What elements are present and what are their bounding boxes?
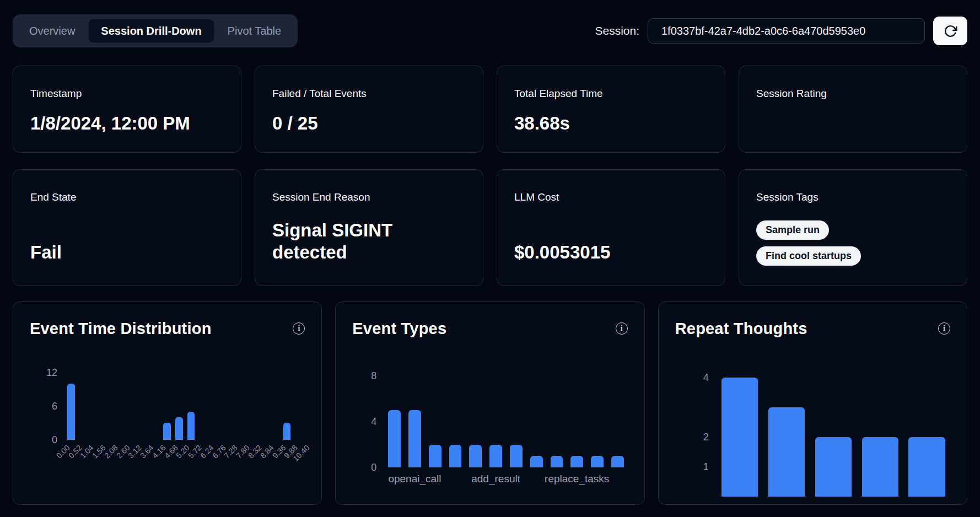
session-label: Session:: [595, 24, 639, 37]
y-axis-tick-label: 8: [371, 370, 376, 381]
x-axis-tick-label: openai_call: [388, 473, 441, 485]
bar: [551, 456, 563, 467]
y-axis-tick-label: 12: [46, 367, 57, 378]
repeat-thoughts-bar-chart: 124: [675, 369, 950, 497]
chart-title: Repeat Thoughts: [675, 320, 807, 338]
event-types-bar-chart: 048openai_calladd_resultreplace_tasks: [352, 368, 627, 489]
charts-grid: Event Time Distribution 06120.000.521.04…: [13, 301, 967, 505]
stat-title: End State: [30, 191, 76, 204]
stat-title: Session Tags: [756, 191, 819, 204]
bar: [283, 423, 290, 440]
bar: [862, 437, 898, 497]
stat-value: Fail: [30, 241, 62, 267]
stat-card-session-rating: Session Rating: [739, 66, 967, 153]
bar: [908, 437, 945, 497]
chart-card-event-time-distribution: Event Time Distribution 06120.000.521.04…: [13, 301, 322, 505]
stat-card-total-elapsed-time: Total Elapsed Time 38.68s: [497, 66, 725, 153]
refresh-button[interactable]: [933, 17, 967, 45]
stat-title: Session Rating: [756, 87, 827, 100]
session-tag-badge: Sample run: [756, 220, 829, 240]
stat-title: Total Elapsed Time: [514, 87, 603, 100]
bar: [768, 407, 805, 497]
bar: [469, 445, 482, 468]
y-axis-tick-label: 2: [703, 432, 709, 443]
stat-card-end-state: End State Fail: [13, 169, 241, 286]
stat-card-session-end-reason: Session End Reason Signal SIGINT detecte…: [255, 169, 483, 286]
stat-title: Session End Reason: [272, 191, 370, 204]
stat-value: 1/8/2024, 12:00 PM: [30, 112, 190, 134]
stat-value: $0.0053015: [514, 241, 610, 267]
session-controls: Session:: [595, 17, 967, 45]
bar: [570, 456, 583, 467]
bar: [187, 412, 195, 440]
x-axis-tick-label: replace_tasks: [545, 473, 609, 485]
bar: [510, 445, 523, 468]
y-axis-tick-label: 0: [371, 462, 376, 473]
rotate-cw-icon: [944, 24, 957, 38]
stat-title: LLM Cost: [514, 191, 559, 204]
stat-card-llm-cost: LLM Cost $0.0053015: [497, 169, 725, 286]
event-time-distribution-bar-chart: 06120.000.521.041.562.082.603.123.644.16…: [30, 365, 305, 476]
x-axis-tick-label: add_result: [471, 473, 520, 485]
bar: [449, 445, 462, 468]
info-icon[interactable]: [938, 322, 950, 335]
bar: [163, 423, 170, 440]
chart-title: Event Time Distribution: [30, 320, 212, 338]
bar: [530, 456, 543, 467]
tab-session-drill-down[interactable]: Session Drill-Down: [88, 19, 214, 43]
stats-grid: Timestamp 1/8/2024, 12:00 PM Failed / To…: [13, 66, 967, 286]
bar: [611, 456, 624, 467]
y-axis-tick-label: 4: [371, 416, 376, 427]
tab-bar: Overview Session Drill-Down Pivot Table: [13, 14, 298, 47]
bar: [67, 384, 74, 440]
info-icon[interactable]: [293, 322, 305, 335]
stat-title: Failed / Total Events: [272, 87, 367, 100]
session-tag-list: Sample run Find cool startups: [756, 220, 861, 267]
info-icon[interactable]: [616, 322, 628, 335]
bar: [408, 410, 421, 467]
session-tag-badge: Find cool startups: [756, 246, 861, 266]
header: Overview Session Drill-Down Pivot Table …: [13, 14, 967, 47]
tab-overview[interactable]: Overview: [17, 19, 87, 43]
chart-card-repeat-thoughts: Repeat Thoughts 124: [658, 301, 967, 505]
bar: [815, 437, 852, 497]
stat-card-failed-total-events: Failed / Total Events 0 / 25: [255, 66, 483, 153]
y-axis-tick-label: 0: [52, 434, 57, 445]
stat-value: 38.68s: [514, 112, 570, 134]
chart-title: Event Types: [352, 320, 446, 338]
bar: [591, 456, 604, 467]
stat-value: Signal SIGINT detected: [272, 219, 427, 267]
tab-pivot-table[interactable]: Pivot Table: [216, 19, 293, 43]
y-axis-tick-label: 1: [703, 461, 709, 472]
stat-card-session-tags: Session Tags Sample run Find cool startu…: [739, 169, 967, 286]
session-id-input[interactable]: [648, 18, 925, 44]
bar: [175, 417, 182, 440]
y-axis-tick-label: 6: [52, 401, 57, 412]
bar: [489, 445, 502, 468]
stat-card-timestamp: Timestamp 1/8/2024, 12:00 PM: [13, 66, 241, 153]
bar: [721, 378, 758, 497]
chart-card-event-types: Event Types 048openai_calladd_resultrepl…: [335, 301, 644, 505]
bar: [429, 445, 441, 468]
stat-title: Timestamp: [30, 87, 82, 100]
y-axis-tick-label: 4: [703, 372, 709, 383]
stat-value: 0 / 25: [272, 112, 318, 134]
bar: [388, 410, 401, 467]
